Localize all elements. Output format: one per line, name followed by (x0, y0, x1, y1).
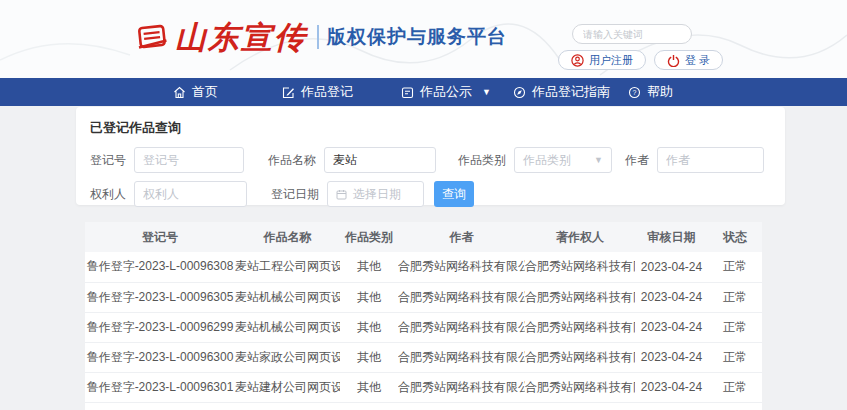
board-icon (401, 86, 414, 99)
table-row[interactable]: 鲁作登字-2023-L-00096305麦站机械公司网页设计系...其他合肥秀站… (85, 282, 762, 312)
table-row[interactable]: 鲁作登字-2023-L-00096300麦站家政公司网页设计系...其他合肥秀站… (85, 342, 762, 372)
registration-date-input[interactable]: 选择日期 (327, 181, 424, 207)
col-review-date: 审核日期 (635, 222, 708, 252)
table-cell: 正常 (708, 312, 762, 342)
table-cell: 麦站工程公司网页设计系... (235, 252, 340, 282)
table-cell: 合肥秀站网络科技有限公司 (398, 372, 525, 402)
table-cell: 合肥秀站网络科技有限公司 (525, 282, 635, 312)
table-cell: 鲁作登字-2023-L-00096299 (85, 312, 235, 342)
table-cell: 合肥秀站网络科技有限公司 (525, 312, 635, 342)
table-cell: 2023-04-24 (635, 312, 708, 342)
nav-item-registration-guide[interactable]: 作品登记指南 (513, 83, 610, 101)
form-row-1: 登记号 作品名称 作品类别 作品类别 ▼ 作者 (90, 147, 771, 173)
brand-name: 山东宣传 (175, 22, 307, 53)
field-registration-number: 登记号 (90, 147, 244, 173)
nav-label: 作品登记指南 (532, 83, 610, 101)
table-cell: 麦站机械公司网页设计系... (235, 282, 340, 312)
login-label: 登 录 (685, 53, 710, 68)
chevron-down-icon: ▼ (594, 155, 603, 165)
help-icon: ? (628, 86, 641, 99)
table-cell: 鲁作登字-2023-L-00096300 (85, 342, 235, 372)
col-author: 作者 (398, 222, 525, 252)
select-placeholder: 作品类别 (523, 152, 571, 169)
table-cell: 其他 (340, 282, 398, 312)
col-copyright-owner: 著作权人 (525, 222, 635, 252)
nav-label: 作品登记 (301, 83, 353, 101)
table-cell: 其他 (340, 372, 398, 402)
registration-number-input[interactable] (134, 147, 244, 173)
table-body: 鲁作登字-2023-L-00096308麦站工程公司网页设计系...其他合肥秀站… (85, 252, 762, 402)
top-header: 山东宣传 版权保护与服务平台 用户注册 (0, 0, 847, 78)
table-cell: 鲁作登字-2023-L-00096308 (85, 252, 235, 282)
table-cell: 合肥秀站网络科技有限公司 (398, 342, 525, 372)
edit-icon (282, 86, 295, 99)
power-icon (667, 54, 680, 67)
main-navbar: 首页 作品登记 作品公示 ▼ 作品登记指南 ? 帮助 (0, 78, 847, 106)
table-cell: 正常 (708, 252, 762, 282)
table-cell: 2023-04-24 (635, 342, 708, 372)
search-input[interactable] (573, 25, 692, 43)
author-input[interactable] (657, 147, 764, 173)
table-row[interactable]: 鲁作登字-2023-L-00096301麦站建材公司网页设计系...其他合肥秀站… (85, 372, 762, 402)
table-cell: 麦站机械公司网页设计系... (235, 312, 340, 342)
query-form-panel: 已登记作品查询 登记号 作品名称 作品类别 作品类别 ▼ 作者 权利人 登记日期 (76, 107, 785, 205)
nav-item-work-registration[interactable]: 作品登记 (282, 83, 353, 101)
table-cell: 鲁作登字-2023-L-00096305 (85, 282, 235, 312)
header-actions: 用户注册 登 录 (558, 50, 723, 70)
field-work-name: 作品名称 (268, 147, 436, 173)
table-cell: 正常 (708, 342, 762, 372)
calendar-icon (336, 189, 347, 200)
table-cell: 其他 (340, 252, 398, 282)
field-label: 作品名称 (268, 152, 316, 169)
field-label: 登记号 (90, 152, 126, 169)
site-subtitle: 版权保护与服务平台 (327, 24, 507, 50)
query-submit-button[interactable]: 查询 (434, 181, 474, 207)
chevron-down-icon: ▼ (482, 87, 491, 97)
field-rights-owner: 权利人 (90, 181, 247, 207)
table-cell: 合肥秀站网络科技有限公司 (398, 252, 525, 282)
table-row[interactable]: 鲁作登字-2023-L-00096299麦站机械公司网页设计系...其他合肥秀站… (85, 312, 762, 342)
work-name-input[interactable] (324, 147, 436, 173)
table-cell: 其他 (340, 312, 398, 342)
rights-owner-input[interactable] (134, 181, 247, 207)
results-table-panel: 登记号 作品名称 作品类别 作者 著作权人 审核日期 状态 鲁作登字-2023-… (85, 222, 762, 410)
table-cell: 2023-04-24 (635, 252, 708, 282)
field-author: 作者 (625, 147, 764, 173)
table-row[interactable]: 鲁作登字-2023-L-00096308麦站工程公司网页设计系...其他合肥秀站… (85, 252, 762, 282)
register-label: 用户注册 (589, 53, 633, 68)
table-cell: 鲁作登字-2023-L-00096301 (85, 372, 235, 402)
date-placeholder: 选择日期 (353, 186, 401, 203)
nav-label: 首页 (192, 83, 218, 101)
form-row-2: 权利人 登记日期 选择日期 查询 (90, 181, 771, 207)
field-label: 作者 (625, 152, 649, 169)
table-cell: 麦站建材公司网页设计系... (235, 372, 340, 402)
logo-divider (317, 25, 319, 49)
results-table: 登记号 作品名称 作品类别 作者 著作权人 审核日期 状态 鲁作登字-2023-… (85, 222, 762, 403)
field-registration-date: 登记日期 选择日期 (271, 181, 424, 207)
nav-item-work-publicity[interactable]: 作品公示 ▼ (401, 83, 491, 101)
nav-label: 帮助 (647, 83, 673, 101)
nav-label: 作品公示 (420, 83, 472, 101)
nav-item-help[interactable]: ? 帮助 (628, 83, 673, 101)
header-search (572, 24, 692, 44)
login-button[interactable]: 登 录 (654, 50, 723, 70)
nav-item-home[interactable]: 首页 (173, 83, 218, 101)
register-button[interactable]: 用户注册 (558, 50, 646, 70)
table-cell: 其他 (340, 342, 398, 372)
field-work-category: 作品类别 作品类别 ▼ (458, 147, 612, 173)
book-logo-icon (133, 18, 170, 55)
table-cell: 2023-04-24 (635, 372, 708, 402)
svg-text:?: ? (632, 89, 636, 96)
col-status: 状态 (708, 222, 762, 252)
table-cell: 合肥秀站网络科技有限公司 (525, 342, 635, 372)
table-cell: 合肥秀站网络科技有限公司 (525, 252, 635, 282)
work-category-select[interactable]: 作品类别 ▼ (514, 147, 612, 173)
col-work-name: 作品名称 (235, 222, 340, 252)
table-cell: 麦站家政公司网页设计系... (235, 342, 340, 372)
compass-icon (513, 86, 526, 99)
table-cell: 正常 (708, 282, 762, 312)
query-form-title: 已登记作品查询 (90, 119, 771, 137)
col-registration-number: 登记号 (85, 222, 235, 252)
col-work-category: 作品类别 (340, 222, 398, 252)
table-cell: 合肥秀站网络科技有限公司 (525, 372, 635, 402)
